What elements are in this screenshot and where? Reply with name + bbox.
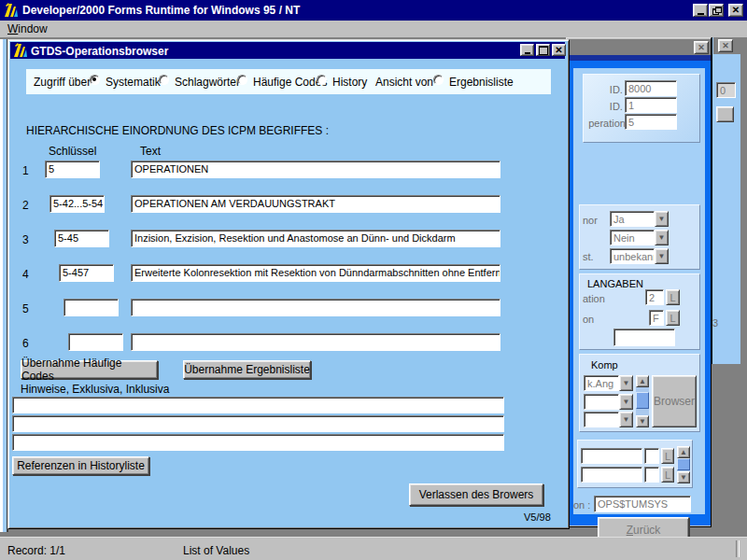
scroll-up-icon[interactable]: ▲ [677,446,690,458]
radio-systematik-label: Systematik [106,76,161,89]
scroll-up-icon[interactable]: ▲ [636,375,649,387]
id2-label: ID. : [597,101,628,112]
komp-dd2-value [584,394,619,410]
komp-dd3-value [584,412,619,427]
list-row1-lov-button: L [661,448,674,464]
menu-window[interactable]: Window [7,22,48,35]
key-field-6[interactable] [68,333,123,351]
flag2-dropdown-icon: ▼ [655,230,669,245]
form-canvas: ID. : 8000 ID. : 1 peration: 5 nor Ja ▼ … [573,68,705,514]
operation-window: ✕ ID. : 8000 ID. : 1 peration: 5 nor Ja … [566,37,712,527]
id2-field: 1 [625,97,677,113]
loc-extra-field [613,329,675,346]
minimize-icon[interactable] [520,44,534,56]
hint-field-1[interactable] [12,397,504,413]
app-title: Developer/2000 Forms Runtime for Windows… [22,4,300,17]
list-scrollbar[interactable]: ▲ ▼ [677,446,690,483]
flag1-label: nor [583,215,598,226]
loc1-lov-button: L [666,289,680,305]
hint-field-2[interactable] [12,415,504,432]
flag3-label: st. [583,251,594,262]
desktop: Developer/2000 Forms Runtime for Windows… [0,0,747,560]
record-indicator: Record: 1/1 [7,544,65,557]
take-frequent-codes-button[interactable]: Übernahme Häufige Codes [21,360,158,379]
id-panel: ID. : 8000 ID. : 1 peration: 5 [583,74,700,143]
operation-close-icon: ✕ [694,41,709,54]
flag1-dropdown-icon: ▼ [655,211,669,227]
radio-systematik[interactable] [90,75,100,85]
browser-button: Browser [652,375,697,427]
side-value-field: 0 [716,82,736,98]
leave-browser-button[interactable]: Verlassen des Browers [409,483,543,506]
text-field-5[interactable] [131,299,500,316]
operation-window-titlebar: ✕ [568,39,711,55]
forms-runtime-icon [4,3,19,18]
radio-ergebnisliste[interactable] [433,75,444,85]
list-row1-field [581,448,642,464]
text-field-1[interactable]: OPERATIONEN [131,161,500,178]
text-field-3[interactable]: Inzision, Exzision, Resektion und Anasto… [131,230,500,247]
id1-field: 8000 [625,80,677,96]
komp-panel-title: Komp [591,359,618,371]
loc1-label: ation [583,293,605,304]
text-field-6[interactable] [131,333,500,351]
list-panel: L L ▲ ▼ [577,440,693,488]
radio-ergebnisliste-label: Ergebnisliste [449,76,514,89]
minimize-icon[interactable] [693,4,708,17]
key-field-4[interactable]: 5-457 [59,264,114,282]
close-icon[interactable]: ✕ [552,44,566,56]
row-number: 1 [22,164,29,177]
references-history-button[interactable]: Referenzen in Historyliste [12,456,149,475]
flag3-value: unbekannt [610,248,655,264]
loc-panel: LANGABEN ation 2 L on F L [579,273,700,350]
hints-label: Hinweise, Exklusiva, Inklusiva [21,383,169,396]
key-field-2[interactable]: 5-42...5-54 [49,195,105,213]
row-number: 4 [22,268,29,281]
radio-schlagwoerter-label: Schlagwörter [175,76,240,89]
key-field-3[interactable]: 5-45 [54,230,109,247]
scrollbar-thumb[interactable] [636,392,649,409]
key-field-5[interactable] [63,299,119,316]
scroll-down-icon[interactable]: ▼ [677,471,690,483]
komp-dd3-dropdown-icon: ▼ [619,412,633,427]
main-titlebar: Developer/2000 Forms Runtime for Windows… [0,0,747,21]
row-number: 5 [22,302,29,315]
key-field-1[interactable]: 5 [45,161,100,178]
hint-field-3[interactable] [12,434,504,451]
loc1-field: 2 [645,289,664,305]
access-label: Zugriff über [34,76,91,89]
text-field-4[interactable]: Erweiterte Kolonresektion mit Resektion … [131,264,500,282]
flag2-value: Nein [610,230,655,245]
list-row2-code [644,467,659,483]
row-number: 3 [22,233,29,246]
column-key-label: Schlüssel [49,145,96,158]
komp-dd2-dropdown-icon: ▼ [619,394,633,410]
statusbar: Record: 1/1 List of Values [0,537,747,560]
restore-icon[interactable] [709,4,724,17]
text-field-2[interactable]: OPERATIONEN AM VERDAUUNGSTRAKT [131,195,500,213]
back-button-label: Zurück [627,524,661,537]
radio-haeufige-codes[interactable] [237,75,247,85]
loc-panel-title: LANGABEN [587,278,643,289]
mode-indicator: List of Values [183,544,249,557]
loc2-label: on [583,314,594,325]
forms-runtime-icon [13,43,28,58]
radio-history[interactable] [317,75,327,85]
scroll-down-icon[interactable]: ▼ [636,415,649,427]
komp-scrollbar[interactable]: ▲ ▼ [636,375,649,427]
row-number: 2 [22,199,29,212]
radio-schlagwoerter[interactable] [159,75,169,85]
scrollbar-thumb[interactable] [677,458,690,470]
take-results-button[interactable]: Übernahme Ergebnisliste [183,360,311,379]
side-close-icon: ✕ [718,39,733,52]
view-label: Ansicht von [375,76,433,89]
statusbar-divider [736,540,740,557]
close-icon[interactable]: ✕ [728,4,743,17]
komp-dd1-value: k.Ang [584,375,619,391]
flags-panel: nor Ja ▼ Nein ▼ st. unbekannt ▼ [579,204,700,270]
schema-field: OPS$TUMSYS [594,496,691,512]
side-window: ✕ 0 3 [712,37,740,364]
dialog-titlebar: GTDS-Operationsbrowser ✕ [10,42,565,59]
maximize-icon[interactable] [536,44,550,56]
dialog-title: GTDS-Operationsbrowser [31,45,168,58]
